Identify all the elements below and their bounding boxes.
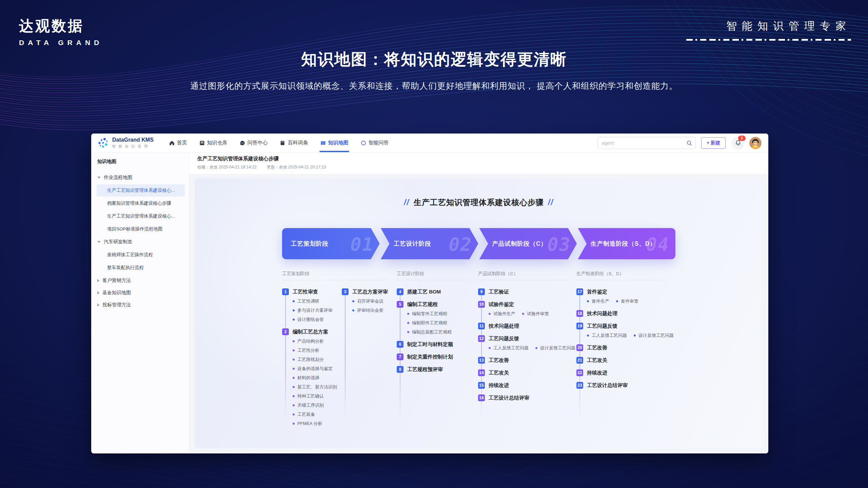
step-bullets: 召开评审会议评审结论会签: [352, 298, 397, 313]
sidebar-group-5[interactable]: 投标管理方法: [97, 299, 185, 311]
step-head: 18技术问题处理: [576, 310, 667, 317]
step: 20工艺改善: [576, 344, 667, 351]
doc-created: 创建：余放 2025-04-21 16:14:22: [197, 164, 257, 170]
stage-column-3: 产品试制阶段（C）9工艺验证10试验件鉴定试验件生产试验件审查11技术问题处理1…: [478, 271, 576, 431]
nav-item-2[interactable]: 知识仓库: [199, 134, 228, 152]
bullet-dot-icon: [587, 300, 589, 302]
step-title: 持续改进: [587, 370, 607, 376]
step-title: 搭建工艺 BOM: [407, 289, 441, 295]
bullet-dot-icon: [634, 334, 636, 337]
nav-item-1[interactable]: 首页: [169, 134, 187, 152]
bullet-item: 工艺路线划分: [293, 357, 342, 363]
stage-column-header: 工艺策划阶段: [282, 271, 388, 280]
nav-label: 智能问答: [369, 140, 389, 146]
bullet-text: 特种工艺确认: [297, 393, 324, 399]
bullet-text: 评审结论会签: [357, 307, 383, 313]
bullet-dot-icon: [489, 347, 491, 349]
step-title: 工艺验证: [489, 289, 509, 295]
step-number-badge: 16: [478, 394, 485, 401]
step-bullets: 产品结构分析工艺性分析工艺路线划分设备的选择与鉴定材料的选择新工艺、新方法识别特…: [293, 338, 342, 427]
doc-meta: 创建：余放 2025-04-21 16:14:22 更新：余放 2025-04-…: [197, 164, 760, 170]
step: 8工艺规程预评审: [397, 366, 469, 373]
bullet-dot-icon: [293, 349, 295, 351]
step-title: 工艺总方案评审: [352, 289, 388, 295]
knowledge-map-icon: [320, 140, 326, 146]
nav-item-5[interactable]: 知识地图: [320, 134, 349, 152]
new-button[interactable]: + 新建: [701, 137, 726, 149]
step: 4搭建工艺 BOM: [397, 288, 469, 295]
step-head: 8工艺规程预评审: [397, 366, 469, 373]
step-number-badge: 9: [478, 288, 485, 295]
sidebar-item[interactable]: 座椅焊接工艺操作流程: [97, 249, 185, 261]
stage-label: 工艺策划阶段: [291, 240, 329, 248]
stage-column-groups: 9工艺验证10试验件鉴定试验件生产试验件审查11技术问题处理12工艺问题反馈工人…: [478, 280, 568, 431]
step-title: 工艺改善: [489, 357, 509, 364]
stage-arrow-4: 04生产制造阶段（S、D）: [578, 228, 675, 259]
sidebar-item[interactable]: 整车装配执行流程: [97, 262, 185, 274]
user-avatar[interactable]: [749, 137, 762, 149]
caret-icon[interactable]: [97, 241, 101, 243]
step-head: 2编制工艺总方案: [282, 328, 342, 335]
sidebar-group-2[interactable]: 汽车研发制造: [97, 236, 185, 248]
app-logo[interactable]: DataGrand KMS 智 能 知 识 管 理: [97, 137, 154, 149]
bullet-text: 设计图纸会签: [297, 317, 324, 323]
stage-label: 生产制造阶段（S、D）: [591, 240, 656, 248]
app-window-screenshot: DataGrand KMS 智 能 知 识 管 理 首页知识仓库问答中心百科词条…: [91, 134, 768, 453]
sidebar-item[interactable]: 生产工艺知识管理体系建设核心...: [97, 210, 185, 222]
bullet-text: 首件审查: [621, 298, 638, 304]
avatar-image: [749, 137, 762, 149]
bullet-item: 特种工艺确认: [293, 393, 342, 399]
notification-badge: 2: [738, 136, 746, 141]
step-head: 9工艺验证: [478, 288, 568, 295]
bullet-text: 工艺性分析: [297, 347, 319, 353]
step: 1工艺性审查工艺性调研参与设计方案评审设计图纸会签: [282, 288, 342, 323]
step-title: 制定关重件控制计划: [407, 354, 453, 360]
caret-icon[interactable]: [97, 291, 99, 294]
step: 12工艺问题反馈工人反馈工艺问题设计反馈工艺问题: [478, 335, 568, 351]
step-bullets: 首件生产首件审查: [587, 298, 667, 304]
stage-arrows: 01工艺策划阶段02工艺设计阶段03产品试制阶段（C）04生产制造阶段（S、D）: [282, 228, 675, 259]
sidebar-group-label: 作业流程地图: [104, 175, 132, 181]
bullet-text: 参与设计方案评审: [297, 307, 333, 313]
stage-column-groups: 17首件鉴定首件生产首件审查18技术问题处理19工艺问题反馈工人反馈工艺问题设计…: [576, 280, 667, 431]
step-title: 工艺性审查: [293, 289, 318, 295]
wiki-icon: [280, 140, 285, 146]
bullet-dot-icon: [293, 386, 295, 388]
bullet-text: 材料的选择: [297, 375, 319, 381]
nav-label: 知识地图: [328, 140, 349, 146]
step-head: 19工艺问题反馈: [576, 323, 667, 329]
bullet-text: 编制总装配工艺规程: [412, 329, 452, 335]
bullet-item: 工人反馈工艺问题: [489, 345, 529, 351]
nav-label: 问答中心: [248, 140, 268, 146]
sidebar-item[interactable]: 生产工艺知识管理体系建设核心...: [97, 184, 185, 197]
bullet-item: 关键工序识别: [293, 402, 342, 408]
sidebar-group-4[interactable]: 基金知识地图: [97, 287, 185, 299]
search-icon[interactable]: [686, 140, 692, 146]
notification-bell[interactable]: 2: [732, 137, 745, 149]
bullet-dot-icon: [293, 319, 295, 321]
step-title: 工艺问题反馈: [587, 323, 617, 329]
sidebar-item[interactable]: 项目SOP标准操作流程地图: [97, 223, 185, 235]
sidebar-group-1[interactable]: 作业流程地图: [97, 171, 185, 184]
caret-icon[interactable]: [97, 303, 99, 307]
doc-updated: 更新：余放 2025-04-21 20:17:23: [267, 164, 326, 170]
step-title: 工艺规程预评审: [407, 366, 443, 373]
bullet-text: 编制部件工艺规程: [412, 320, 447, 326]
step-title: 工艺攻关: [587, 357, 607, 364]
page-subtitle: 通过图形化的方式展示知识领域的概念、关系和连接，帮助人们更好地理解和利用知识， …: [0, 80, 868, 92]
app-body: 知识地图 作业流程地图生产工艺知识管理体系建设核心...档案知识管理体系建设核心…: [91, 152, 768, 453]
title-slash-left: //: [404, 198, 410, 207]
caret-icon[interactable]: [97, 279, 99, 282]
tagline-text: 智能知识管理专家: [686, 19, 851, 33]
nav-item-6[interactable]: 智能问答: [361, 134, 389, 152]
sidebar-group-3[interactable]: 客户营销方法: [97, 274, 185, 287]
sidebar-item[interactable]: 档案知识管理体系建设核心步骤: [97, 197, 185, 209]
step-head: 7制定关重件控制计划: [397, 353, 469, 360]
nav-item-3[interactable]: 问答中心: [240, 134, 268, 152]
step: 5编制工艺规程编制零件工艺规程编制部件工艺规程编制总装配工艺规程: [397, 301, 469, 335]
caret-icon[interactable]: [97, 177, 101, 179]
search-input[interactable]: [597, 137, 696, 149]
nav-item-4[interactable]: 百科词条: [280, 134, 308, 152]
step: 9工艺验证: [478, 288, 568, 295]
sidebar: 知识地图 作业流程地图生产工艺知识管理体系建设核心...档案知识管理体系建设核心…: [91, 152, 189, 453]
